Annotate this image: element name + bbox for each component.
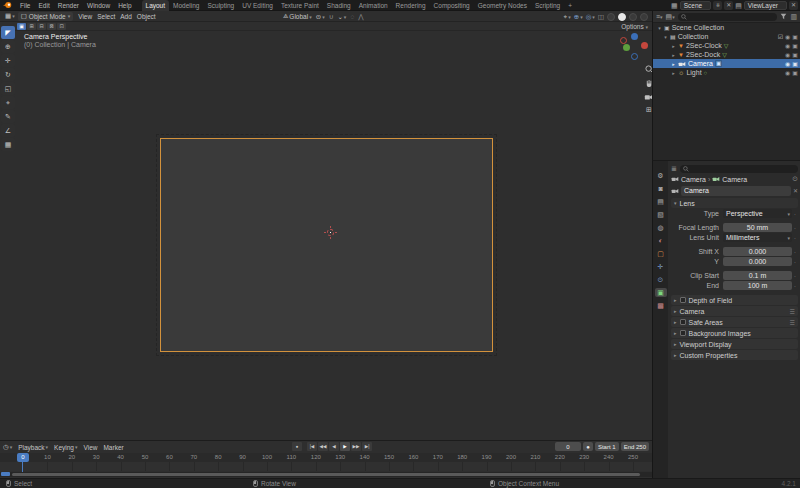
axis-x-neg-handle[interactable] (620, 37, 627, 44)
animate-dot-icon[interactable]: ∙ (792, 259, 798, 265)
tab-uv-editing[interactable]: UV Editing (238, 0, 277, 11)
outliner-options-icon[interactable]: ▥ (790, 13, 797, 21)
animate-dot-icon[interactable]: ∙ (792, 225, 798, 231)
menu-file[interactable]: File (16, 2, 34, 9)
panel-viewport-display[interactable]: ▸Viewport Display (671, 339, 798, 349)
axis-y-handle[interactable] (623, 44, 630, 51)
tab-modifiers-icon[interactable]: ✛ (655, 262, 667, 271)
outliner-row-2sec-dock[interactable]: ▸ ▼ 2Sec-Dock ▽ ◉ ▣ (653, 50, 800, 59)
collection-checkbox-icon[interactable]: ☑ (778, 33, 783, 40)
tab-render-icon[interactable]: ◙ (655, 184, 667, 193)
tab-scene-icon[interactable]: ◍ (655, 223, 667, 232)
shading-material-button[interactable] (629, 13, 637, 21)
properties-editor-type-button[interactable]: ≣ (671, 165, 677, 173)
hide-eye-icon[interactable]: ◉ (785, 60, 790, 67)
menu-add[interactable]: Add (120, 13, 132, 20)
measure-tool[interactable]: ∠ (1, 124, 15, 137)
menu-playback[interactable]: Playback▾ (18, 444, 48, 451)
menu-view[interactable]: View (78, 13, 92, 20)
menu-window[interactable]: Window (83, 2, 114, 9)
start-frame-field[interactable]: Start 1 (595, 442, 619, 451)
hide-eye-icon[interactable]: ◉ (785, 33, 790, 40)
rotate-tool[interactable]: ↻ (1, 68, 15, 81)
lens-panel-header[interactable]: ▾Lens (671, 198, 798, 208)
panel-camera[interactable]: ▸Camera ☰ (671, 306, 798, 316)
checkbox-icon[interactable] (680, 297, 686, 303)
animate-dot-icon[interactable]: ∙ (792, 249, 798, 255)
unlink-icon[interactable]: ✕ (793, 187, 798, 194)
current-frame-field[interactable]: 0 (555, 442, 581, 451)
outliner-row-light[interactable]: ▸ ☼ Light ○ ◉ ▣ (653, 68, 800, 77)
outliner-editor-type-button[interactable]: ≡▾ (656, 13, 663, 20)
select-box-tool[interactable]: ◤ (1, 26, 15, 39)
axis-x-handle[interactable] (641, 42, 648, 49)
shift-y-field[interactable]: 0.000 (723, 257, 792, 266)
pivot-point-dropdown[interactable]: ⊙▾ (316, 13, 325, 21)
shading-solid-button[interactable] (618, 13, 626, 21)
tab-rendering[interactable]: Rendering (392, 0, 430, 11)
xray-toggle[interactable]: ◫ (598, 13, 604, 21)
outliner-row-2sec-clock[interactable]: ▸ ▼ 2Sec-Clock ▽ ◉ ▣ (653, 41, 800, 50)
prev-keyframe-button[interactable]: ◀◀ (318, 442, 328, 451)
render-camera-icon[interactable]: ▣ (792, 51, 798, 58)
transform-tool[interactable]: ⌖ (1, 96, 15, 109)
select-subtract-mode-button[interactable]: ⊟ (37, 23, 46, 30)
panel-safe-areas[interactable]: ▸ Safe Areas ☰ (671, 317, 798, 327)
data-name-field[interactable]: Camera (681, 186, 791, 196)
animate-dot-icon[interactable]: ∙ (792, 273, 798, 279)
tab-shading[interactable]: Shading (323, 0, 355, 11)
tab-object-icon[interactable]: ▢ (655, 249, 667, 258)
checkbox-icon[interactable] (680, 319, 686, 325)
hide-eye-icon[interactable]: ◉ (785, 51, 790, 58)
tab-physics-icon[interactable]: ⊙ (655, 275, 667, 284)
snap-settings-dropdown[interactable]: ⌄▾ (337, 13, 346, 21)
scale-tool[interactable]: ◱ (1, 82, 15, 95)
lens-unit-dropdown[interactable]: Millimeters▾ (723, 233, 792, 242)
select-extend-mode-button[interactable]: ⊞ (27, 23, 36, 30)
panel-depth-of-field[interactable]: ▸ Depth of Field (671, 295, 798, 305)
next-keyframe-button[interactable]: ▶▶ (351, 442, 361, 451)
annotate-tool[interactable]: ✎ (1, 110, 15, 123)
breadcrumb-object[interactable]: Camera (681, 176, 706, 183)
tab-modeling[interactable]: Modeling (169, 0, 203, 11)
menu-keying[interactable]: Keying▾ (54, 444, 77, 451)
menu-render[interactable]: Render (54, 2, 83, 9)
panel-background-images[interactable]: ▸ Background Images (671, 328, 798, 338)
camera-view-icon[interactable] (644, 93, 652, 101)
animate-dot-icon[interactable]: ∙ (792, 211, 798, 217)
tab-sculpting[interactable]: Sculpting (203, 0, 238, 11)
pan-hand-icon[interactable] (645, 79, 653, 88)
animate-dot-icon[interactable]: ∙ (792, 235, 798, 241)
render-camera-icon[interactable]: ▣ (792, 42, 798, 49)
tab-layout[interactable]: Layout (142, 0, 170, 11)
breadcrumb-data[interactable]: Camera (722, 176, 747, 183)
select-invert-mode-button[interactable]: ⊠ (47, 23, 56, 30)
mode-dropdown[interactable]: ▢ Object Mode▾ (18, 12, 74, 21)
shading-rendered-button[interactable] (640, 13, 648, 21)
orientation-dropdown[interactable]: ⟁ Global▾ (283, 13, 312, 20)
new-scene-button[interactable]: ⧺ (713, 1, 722, 10)
play-button[interactable]: ▶ (340, 442, 350, 451)
render-camera-icon[interactable]: ▣ (792, 33, 798, 40)
move-tool[interactable]: ✛ (1, 54, 15, 67)
outliner-row-scene-collection[interactable]: ▾ ▣ Scene Collection (653, 23, 800, 32)
zoom-icon[interactable] (645, 65, 653, 74)
outliner-row-collection[interactable]: ▾ ▤ Collection ☑ ◉ ▣ (653, 32, 800, 41)
gizmos-dropdown[interactable]: ⊕▾ (574, 13, 583, 21)
end-frame-field[interactable]: End 250 (621, 442, 649, 451)
tab-view-layer-icon[interactable]: ▧ (655, 210, 667, 219)
tab-world-icon[interactable]: ◐ (655, 236, 667, 245)
outliner-row-camera[interactable]: ▸ Camera ▣ ◉ ▣ (653, 59, 800, 68)
add-workspace-button[interactable]: + (564, 0, 576, 11)
axis-z-handle[interactable] (631, 33, 638, 40)
timeline-scrollbar[interactable] (0, 472, 652, 477)
menu-select[interactable]: Select (97, 13, 115, 20)
options-dropdown[interactable]: Options ▾ (621, 23, 648, 30)
keying-record-icon[interactable]: ● (583, 442, 593, 451)
outliner-display-mode-button[interactable]: ▤▾ (666, 13, 675, 21)
tab-compositing[interactable]: Compositing (430, 0, 474, 11)
hide-eye-icon[interactable]: ◉ (785, 42, 790, 49)
filter-funnel-icon[interactable] (780, 13, 787, 20)
panel-custom-properties[interactable]: ▸Custom Properties (671, 350, 798, 360)
scene-selector[interactable]: Scene (680, 1, 711, 10)
